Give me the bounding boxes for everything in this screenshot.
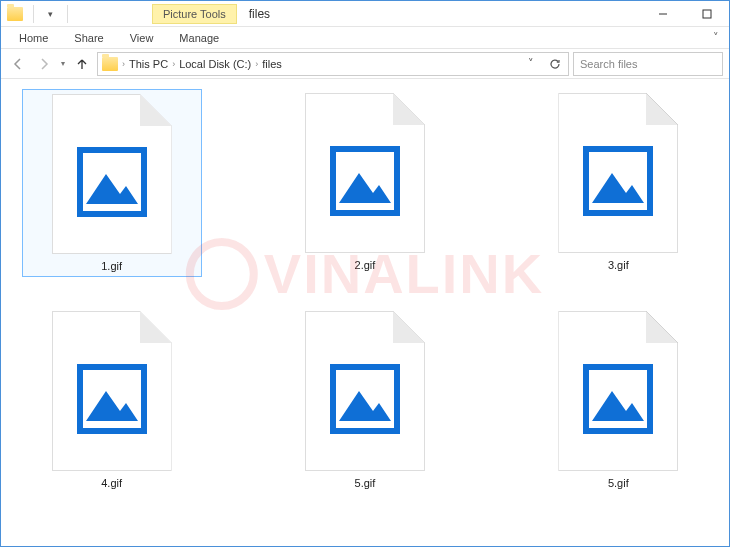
ribbon-expand-icon[interactable]: ˅ xyxy=(703,31,729,44)
svg-rect-47 xyxy=(586,367,650,431)
file-label: 4.gif xyxy=(101,477,122,489)
address-dropdown-icon[interactable]: ˅ xyxy=(522,57,540,70)
svg-rect-1 xyxy=(703,10,711,18)
minimize-button[interactable] xyxy=(641,1,685,27)
chevron-right-icon[interactable]: › xyxy=(120,59,127,69)
qat-dropdown-icon[interactable]: ▾ xyxy=(44,9,57,19)
history-dropdown-icon[interactable]: ▾ xyxy=(59,59,67,68)
forward-button[interactable] xyxy=(33,53,55,75)
tab-manage[interactable]: Manage xyxy=(167,29,231,47)
refresh-button[interactable] xyxy=(546,58,564,70)
up-button[interactable] xyxy=(71,53,93,75)
tab-view[interactable]: View xyxy=(118,29,166,47)
breadcrumb-segment[interactable]: files xyxy=(262,58,282,70)
file-item[interactable]: 3.gif xyxy=(528,89,708,277)
file-thumbnail xyxy=(52,311,172,471)
folder-icon xyxy=(102,57,118,71)
breadcrumb-segment[interactable]: This PC xyxy=(129,58,168,70)
file-thumbnail xyxy=(52,94,172,254)
dogear-icon xyxy=(646,93,678,125)
dogear-icon xyxy=(393,93,425,125)
file-thumbnail xyxy=(305,93,425,253)
svg-rect-39 xyxy=(333,367,397,431)
dogear-icon xyxy=(140,311,172,343)
contextual-tab-label[interactable]: Picture Tools xyxy=(152,4,237,24)
app-icon xyxy=(7,7,23,21)
tab-share[interactable]: Share xyxy=(62,29,115,47)
svg-rect-31 xyxy=(80,367,144,431)
search-input[interactable]: Search files xyxy=(573,52,723,76)
titlebar: ▾ Picture Tools files xyxy=(1,1,729,27)
ribbon-tabs: Home Share View Manage ˅ xyxy=(1,27,729,49)
svg-rect-23 xyxy=(586,149,650,213)
svg-rect-15 xyxy=(333,149,397,213)
file-label: 5.gif xyxy=(608,477,629,489)
file-item[interactable]: 4.gif xyxy=(22,307,202,493)
window-title: files xyxy=(249,7,270,21)
file-label: 1.gif xyxy=(101,260,122,272)
svg-rect-7 xyxy=(80,150,144,214)
file-thumbnail xyxy=(558,311,678,471)
file-thumbnail xyxy=(305,311,425,471)
tab-home[interactable]: Home xyxy=(7,29,60,47)
back-button[interactable] xyxy=(7,53,29,75)
maximize-button[interactable] xyxy=(685,1,729,27)
file-item[interactable]: 5.gif xyxy=(528,307,708,493)
divider xyxy=(67,5,68,23)
search-placeholder: Search files xyxy=(580,58,637,70)
dogear-icon xyxy=(393,311,425,343)
file-item[interactable]: 1.gif xyxy=(22,89,202,277)
file-label: 5.gif xyxy=(355,477,376,489)
file-item[interactable]: 2.gif xyxy=(275,89,455,277)
navbar: ▾ › This PC › Local Disk (C:) › files ˅ … xyxy=(1,49,729,79)
file-item[interactable]: 5.gif xyxy=(275,307,455,493)
file-thumbnail xyxy=(558,93,678,253)
chevron-right-icon[interactable]: › xyxy=(170,59,177,69)
address-bar[interactable]: › This PC › Local Disk (C:) › files ˅ xyxy=(97,52,569,76)
dogear-icon xyxy=(646,311,678,343)
file-label: 3.gif xyxy=(608,259,629,271)
divider xyxy=(33,5,34,23)
chevron-right-icon[interactable]: › xyxy=(253,59,260,69)
dogear-icon xyxy=(140,94,172,126)
file-grid: 1.gif 2.gif 3.gif xyxy=(1,79,729,503)
breadcrumb-segment[interactable]: Local Disk (C:) xyxy=(179,58,251,70)
file-label: 2.gif xyxy=(355,259,376,271)
